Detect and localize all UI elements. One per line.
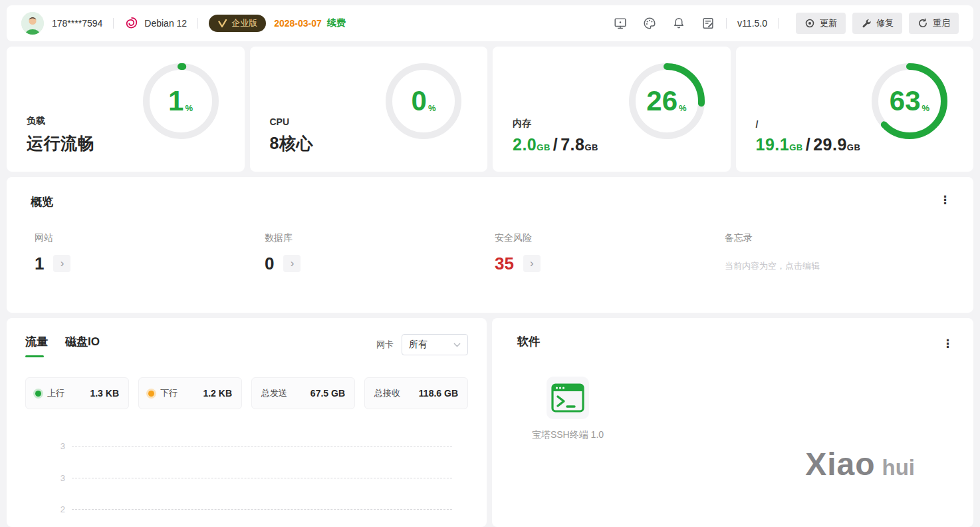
total-received-chip: 总接收 118.6 GB	[364, 377, 468, 409]
databases-link-button[interactable]: ›	[283, 255, 301, 272]
traffic-card: 流量 磁盘IO 网卡 所有 上行 1.3 KB	[7, 318, 487, 527]
sites-count: 1	[35, 255, 44, 272]
edition-label: 企业版	[231, 17, 257, 29]
load-card[interactable]: 负载 运行流畅 1 %	[7, 47, 245, 172]
dashboard-page: 178****7594 Debian 12 企业版 2028-03-07 续费	[0, 0, 980, 527]
nic-label: 网卡	[376, 339, 394, 351]
chevron-right-icon: ›	[61, 258, 64, 269]
monitor-icon[interactable]	[613, 16, 628, 31]
update-circle-icon	[804, 18, 815, 29]
disk-usage: 19.1GB/29.9GB	[756, 135, 861, 154]
nic-filter: 网卡 所有	[376, 334, 468, 355]
memory-percent: 26	[646, 87, 677, 115]
security-link-button[interactable]: ›	[523, 255, 541, 272]
divider	[113, 18, 114, 29]
overview-item-sites: 网站 1 ›	[31, 232, 261, 272]
cpu-label: CPU	[270, 116, 313, 127]
load-gauge: 1 %	[142, 63, 219, 140]
update-button[interactable]: 更新	[796, 13, 846, 34]
restart-arrow-icon	[918, 18, 928, 29]
upload-legend-chip[interactable]: 上行 1.3 KB	[25, 377, 129, 409]
overview-card: 概览 ⋮ 网站 1 › 数据库 0 › 安全风险 35	[7, 177, 973, 313]
download-value: 1.2 KB	[203, 388, 232, 399]
nic-select[interactable]: 所有	[402, 334, 468, 355]
theme-palette-icon[interactable]	[642, 16, 657, 31]
notification-bell-icon[interactable]	[672, 16, 686, 31]
topbar: 178****7594 Debian 12 企业版 2028-03-07 续费	[7, 5, 973, 41]
cpu-percent: 0	[412, 87, 427, 115]
total-received-value: 118.6 GB	[419, 388, 458, 399]
edition-badge[interactable]: 企业版	[209, 15, 266, 32]
wrench-icon	[861, 18, 872, 29]
username[interactable]: 178****7594	[52, 18, 102, 29]
memory-card[interactable]: 内存 2.0GB/7.8GB 26 %	[493, 47, 731, 172]
databases-count: 0	[265, 255, 274, 272]
upload-dot-icon	[35, 391, 41, 397]
memory-gauge: 26 %	[628, 63, 705, 140]
restart-button[interactable]: 重启	[909, 13, 959, 34]
divider	[197, 18, 198, 29]
app-name: 宝塔SSH终端 1.0	[532, 429, 604, 441]
disk-label: /	[756, 119, 861, 130]
divider	[778, 18, 779, 29]
memory-usage: 2.0GB/7.8GB	[513, 135, 598, 154]
traffic-chart: 3 3 2	[25, 416, 468, 527]
overview-item-memo: 备忘录 当前内容为空，点击编辑	[721, 232, 951, 272]
security-risk-count: 35	[495, 255, 514, 272]
expire-date: 2028-03-07	[274, 18, 322, 29]
sites-link-button[interactable]: ›	[53, 255, 70, 272]
total-sent-value: 67.5 GB	[310, 388, 345, 399]
panel-version: v11.5.0	[737, 18, 767, 29]
stat-cards-row: 负载 运行流畅 1 % CPU 8核心	[7, 47, 973, 172]
active-tab-underline	[25, 355, 44, 357]
topbar-tools: v11.5.0 更新 修复 重启	[613, 13, 959, 34]
load-label: 负载	[27, 115, 94, 127]
disk-card[interactable]: / 19.1GB/29.9GB 63 %	[736, 47, 974, 172]
cpu-cores: 8核心	[270, 132, 313, 154]
software-menu-icon[interactable]: ⋮	[942, 338, 953, 349]
cpu-gauge: 0 %	[385, 63, 462, 140]
chevron-right-icon: ›	[530, 258, 534, 269]
app-ssh-terminal[interactable]: 宝塔SSH终端 1.0	[531, 377, 605, 441]
wing-v-icon	[217, 19, 227, 28]
repair-button[interactable]: 修复	[852, 13, 902, 34]
disk-percent: 63	[890, 87, 921, 115]
gridline: 2	[53, 504, 452, 514]
download-dot-icon	[148, 391, 154, 397]
overview-title: 概览	[31, 194, 951, 210]
watermark: Xiao hui	[805, 446, 915, 482]
tab-diskio[interactable]: 磁盘IO	[65, 334, 100, 349]
divider	[726, 18, 727, 29]
memo-note-icon[interactable]	[701, 16, 715, 31]
avatar[interactable]	[21, 12, 44, 35]
software-card: 软件 ⋮ 宝塔SSH终端 1.0 Xiao hui	[492, 318, 973, 527]
overview-menu-icon[interactable]: ⋮	[939, 194, 951, 206]
cpu-card[interactable]: CPU 8核心 0 %	[250, 47, 488, 172]
upload-value: 1.3 KB	[90, 388, 119, 399]
terminal-icon	[551, 383, 584, 413]
app-tile	[547, 377, 589, 419]
overview-item-databases: 数据库 0 ›	[261, 232, 491, 272]
renew-link[interactable]: 续费	[327, 17, 346, 29]
os-name: Debian 12	[144, 18, 187, 29]
gridline: 3	[53, 441, 452, 451]
chevron-right-icon: ›	[291, 258, 295, 269]
overview-grid: 网站 1 › 数据库 0 › 安全风险 35 ›	[31, 232, 951, 272]
load-status: 运行流畅	[27, 132, 94, 154]
load-percent: 1	[168, 87, 184, 115]
total-sent-chip: 总发送 67.5 GB	[251, 377, 355, 409]
gridline: 3	[53, 473, 452, 483]
download-legend-chip[interactable]: 下行 1.2 KB	[138, 377, 242, 409]
memory-label: 内存	[513, 118, 598, 130]
debian-logo-icon	[124, 16, 139, 31]
software-title: 软件	[517, 334, 948, 349]
traffic-stats-row: 上行 1.3 KB 下行 1.2 KB 总发送 67.5 GB 总接收 118.…	[25, 377, 468, 409]
tab-traffic[interactable]: 流量	[25, 334, 48, 357]
memo-edit-placeholder[interactable]: 当前内容为空，点击编辑	[725, 260, 951, 272]
disk-gauge: 63 %	[871, 63, 948, 140]
overview-item-security: 安全风险 35 ›	[491, 232, 721, 272]
chevron-down-icon	[453, 343, 461, 347]
